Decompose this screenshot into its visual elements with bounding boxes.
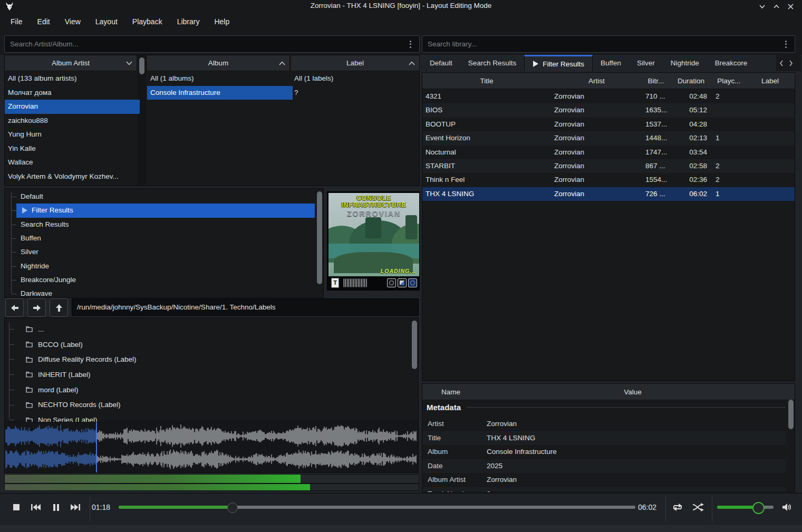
filter-item[interactable]: Wallace <box>5 156 140 170</box>
column-header-duration[interactable]: Duration <box>670 73 713 89</box>
maximize-button[interactable] <box>770 1 782 12</box>
track-row[interactable]: THX 4 LSNING Zorrovian 726 ... 06:02 1 <box>422 187 795 201</box>
next-button[interactable] <box>68 500 83 515</box>
track-row[interactable]: Event Horizon Zorrovian 1448... 02:13 1 <box>422 131 795 145</box>
pause-button[interactable] <box>49 500 63 515</box>
path-input[interactable] <box>72 303 418 311</box>
shuffle-button[interactable] <box>691 500 706 515</box>
seek-slider-handle[interactable] <box>227 502 238 513</box>
directory-item[interactable]: ... <box>5 322 408 337</box>
artist-album-search-input[interactable] <box>5 40 405 48</box>
tab-breakcore[interactable]: Breakcore <box>707 55 756 71</box>
library-search-options-icon[interactable] <box>781 40 790 49</box>
playlist-scrollbar[interactable] <box>316 189 323 297</box>
menu-file[interactable]: File <box>3 16 30 30</box>
menu-edit[interactable]: Edit <box>30 16 57 30</box>
column-header-playc[interactable]: Playc... <box>712 73 746 89</box>
tab-scroll-left-icon[interactable] <box>779 60 784 66</box>
filter-item[interactable]: Yung Hurn <box>5 128 140 142</box>
menu-help[interactable]: Help <box>207 16 237 30</box>
playlist-item-buffen[interactable]: Buffen <box>16 231 315 245</box>
volume-slider[interactable] <box>717 506 774 509</box>
filter-item[interactable]: Console Infrastructure <box>147 86 293 100</box>
metadata-value-header[interactable]: Value <box>479 384 787 400</box>
filter-header-album[interactable]: Album <box>147 55 290 71</box>
volume-slider-handle[interactable] <box>752 502 765 514</box>
column-header-bitr[interactable]: Bitr... <box>642 73 670 89</box>
track-row[interactable]: Nocturnal Zorrovian 1747... 03:54 <box>422 146 795 159</box>
metadata-row[interactable]: Track Number 3 <box>422 487 786 492</box>
track-row[interactable]: BIOS Zorrovian 1635... 05:12 <box>422 103 795 117</box>
playlist-item-nightride[interactable]: Nightride <box>16 259 315 273</box>
directory-scrollbar[interactable] <box>411 318 418 421</box>
directory-item[interactable]: INHERIT (Label) <box>5 367 408 382</box>
artist-album-search[interactable] <box>4 35 420 53</box>
filter-item[interactable]: All (133 album artists) <box>5 72 140 86</box>
track-row[interactable]: STARBIT Zorrovian 867 ... 02:58 2 <box>422 159 795 173</box>
sort-up-icon <box>409 61 415 65</box>
menu-playback[interactable]: Playback <box>125 16 170 30</box>
nav-forward-button[interactable] <box>27 298 46 317</box>
tab-search-results[interactable]: Search Results <box>460 55 525 71</box>
filter-item[interactable]: All (1 albums) <box>147 72 293 86</box>
rating-icon: T <box>331 278 339 288</box>
track-row[interactable]: Think n Feel Zorrovian 1554... 02:36 2 <box>422 173 795 187</box>
tab-default[interactable]: Default <box>422 55 460 71</box>
metadata-scrollbar[interactable] <box>787 400 795 492</box>
repeat-button[interactable] <box>670 500 685 515</box>
metadata-row[interactable]: Album Console Infrastructure <box>422 445 786 459</box>
directory-item[interactable]: BCCO (Label) <box>5 337 408 352</box>
filter-item[interactable]: Yin Kalle <box>5 142 140 156</box>
search-options-icon[interactable] <box>405 40 415 49</box>
path-bar[interactable] <box>72 298 419 316</box>
column-header-artist[interactable]: Artist <box>551 73 643 89</box>
metadata-row[interactable]: Album Artist Zorrovian <box>422 473 786 487</box>
tab-nightride[interactable]: Nightride <box>663 55 707 71</box>
playlist-item-breakcore-jungle[interactable]: Breakcore/Jungle <box>16 273 315 287</box>
filter-header-label[interactable]: Label <box>291 55 420 71</box>
playlist-item-silver[interactable]: Silver <box>16 245 315 259</box>
metadata-row[interactable]: Artist Zorrovian <box>422 417 786 431</box>
tab-buffen[interactable]: Buffen <box>593 55 629 71</box>
directory-item[interactable]: mord (Label) <box>5 382 408 398</box>
library-search-input[interactable] <box>422 40 781 48</box>
playlist-item-default[interactable]: Default <box>16 190 315 204</box>
track-row[interactable]: BOOTUP Zorrovian 1537... 04:28 <box>422 118 795 131</box>
tab-silver[interactable]: Silver <box>629 55 663 71</box>
menu-view[interactable]: View <box>57 16 88 30</box>
menu-library[interactable]: Library <box>170 16 207 30</box>
metadata-row[interactable]: Date 2025 <box>422 459 786 473</box>
filter-item[interactable]: zaichkou888 <box>5 114 140 128</box>
minimize-button[interactable] <box>756 1 768 12</box>
cell-title: BIOS <box>422 103 551 117</box>
playlist-item-filter-results[interactable]: Filter Results <box>16 204 315 217</box>
seek-slider[interactable] <box>119 506 635 509</box>
menu-layout[interactable]: Layout <box>88 16 125 30</box>
column-header-title[interactable]: Title <box>422 73 552 89</box>
directory-item[interactable]: NECHTO Records (Label) <box>5 398 408 413</box>
tab-scroll-right-icon[interactable] <box>789 60 793 66</box>
filter-item[interactable]: Volyk Artem & Volodymyr Kozhev... <box>5 170 140 184</box>
previous-button[interactable] <box>28 500 43 515</box>
metadata-name-header[interactable]: Name <box>422 384 480 400</box>
nav-up-button[interactable] <box>50 298 68 317</box>
filter-item[interactable]: All (1 labels) <box>291 72 422 86</box>
nav-back-button[interactable] <box>5 298 24 317</box>
transport-separator <box>712 496 712 522</box>
filter-header-album-artist[interactable]: Album Artist <box>5 55 137 71</box>
filter-item[interactable]: Zorrovian <box>5 100 140 114</box>
metadata-row[interactable]: Title THX 4 LSNING <box>422 431 786 446</box>
track-row[interactable]: 4321 Zorrovian 710 ... 02:48 2 <box>422 90 795 103</box>
library-search[interactable] <box>422 35 795 53</box>
directory-item[interactable]: Diffuse Reality Records (Label) <box>5 352 408 367</box>
cell-title: STARBIT <box>422 159 551 173</box>
volume-icon[interactable] <box>779 500 794 515</box>
filter-item[interactable]: Молчат дома <box>5 86 140 100</box>
waveform-seekbar[interactable] <box>4 422 419 473</box>
playlist-item-search-results[interactable]: Search Results <box>16 218 315 231</box>
stop-button[interactable] <box>9 500 24 515</box>
filter-item[interactable]: ? <box>291 86 422 100</box>
tab-filter-results[interactable]: Filter Results <box>524 55 593 71</box>
column-header-label[interactable]: Label <box>746 73 795 89</box>
close-button[interactable] <box>785 1 796 12</box>
